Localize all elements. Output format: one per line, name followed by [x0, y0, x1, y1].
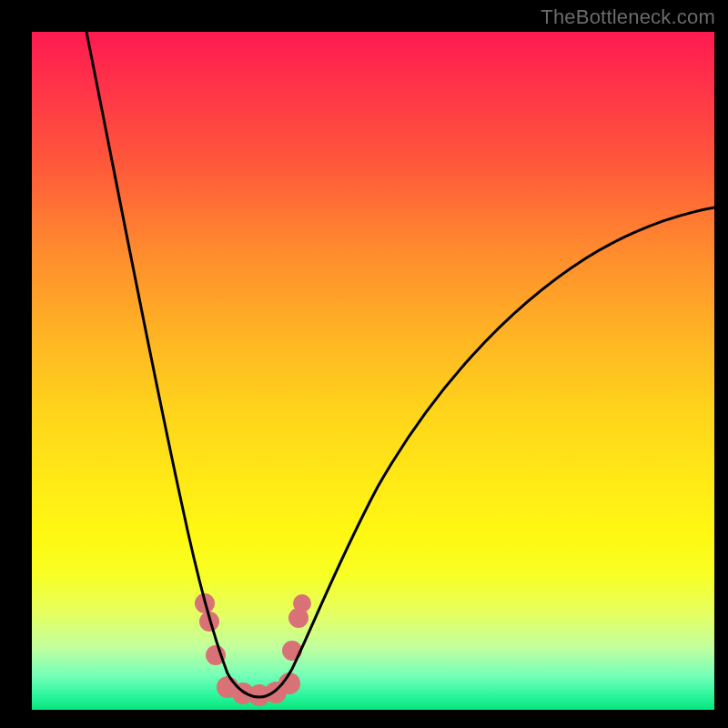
chart-frame: TheBottleneck.com	[0, 0, 728, 728]
watermark-text: TheBottleneck.com	[541, 5, 715, 29]
chart-svg	[32, 32, 714, 710]
svg-point-10	[293, 594, 311, 612]
marker-band	[195, 593, 311, 706]
plot-area	[32, 32, 714, 710]
curve-left	[86, 32, 259, 697]
curve-right	[259, 207, 714, 697]
svg-point-8	[282, 641, 302, 661]
